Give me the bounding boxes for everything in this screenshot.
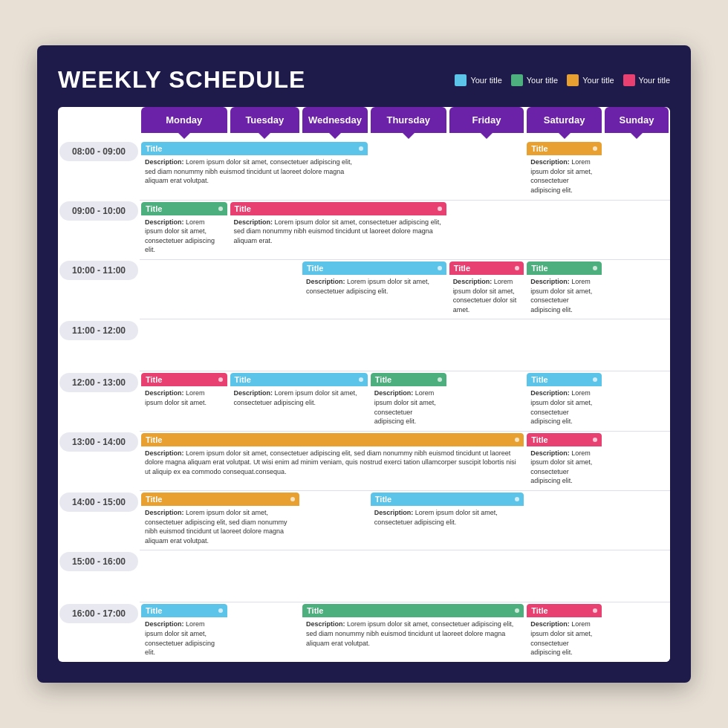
title-accent — [218, 207, 223, 211]
event-cell: Title Description: Lorem ipsum dolor sit… — [369, 491, 525, 550]
event-desc: Description: Lorem ipsum dolor sit amet,… — [371, 386, 446, 429]
day-header-friday: Friday — [449, 107, 524, 133]
event-cell — [448, 200, 526, 259]
event-title: Title — [531, 606, 547, 615]
event-title: Title — [307, 264, 323, 273]
event-cell: Title Description: Lorem ipsum dolor sit… — [448, 259, 526, 319]
event-cell — [448, 319, 526, 371]
empty-cell — [605, 373, 669, 417]
empty-cell — [605, 261, 669, 306]
empty-cell — [371, 321, 446, 365]
table-row: 09:00 - 10:00 Title Description: Lorem i… — [58, 200, 670, 259]
event-cell — [603, 491, 670, 550]
time-cell: 12:00 - 13:00 — [58, 371, 140, 431]
time-cell: 08:00 - 09:00 — [58, 140, 140, 200]
time-label: 11:00 - 12:00 — [59, 321, 138, 340]
event-desc: Description: Lorem ipsum dolor sit amet,… — [527, 446, 602, 489]
event-title: Title — [146, 435, 162, 444]
table-row: 11:00 - 12:00 — [58, 319, 670, 371]
time-cell: 11:00 - 12:00 — [58, 319, 140, 371]
legend-item-pink: Your title — [623, 74, 670, 86]
main-title: WEEKLY SCHEDULE — [58, 66, 305, 94]
empty-cell — [449, 321, 524, 365]
event-cell — [603, 200, 670, 259]
event-cell: Title Description: Lorem ipsum dolor sit… — [525, 259, 603, 319]
event-title: Title — [235, 375, 251, 384]
event-cell: Title Description: Lorem ipsum dolor sit… — [140, 140, 369, 200]
time-cell: 13:00 - 14:00 — [58, 431, 140, 490]
title-accent — [515, 266, 519, 270]
event-cell — [525, 550, 603, 602]
event-title-bar: Title — [527, 261, 602, 275]
event-desc: Description: Lorem ipsum dolor sit amet,… — [449, 275, 524, 317]
header-wednesday: Wednesday — [301, 107, 369, 140]
title-accent — [593, 377, 597, 382]
event-cell — [369, 319, 448, 371]
event-desc: Description: Lorem ipsum dolor sit amet,… — [302, 275, 446, 299]
day-header-sunday: Sunday — [605, 107, 669, 133]
empty-cell — [230, 604, 300, 649]
day-header-monday: Monday — [141, 107, 227, 133]
table-row: 12:00 - 13:00 Title Description: Lorem i… — [58, 371, 670, 431]
event-desc: Description: Lorem ipsum dolor sit amet. — [141, 386, 227, 410]
empty-cell — [605, 321, 669, 365]
empty-cell — [230, 261, 300, 306]
event-cell — [603, 431, 670, 490]
times-header: TIMES — [58, 107, 140, 140]
empty-cell — [449, 552, 524, 597]
day-header-row: TIMES Monday Tuesday Wednesday Thursday — [58, 107, 670, 140]
event-cell — [301, 491, 369, 550]
event-cell — [229, 602, 302, 662]
event-cell: Title Description: Lorem ipsum dolor sit… — [525, 431, 603, 490]
event-title: Title — [531, 435, 547, 444]
event-title-bar: Title — [527, 142, 602, 155]
event-desc: Description: Lorem ipsum dolor sit amet,… — [141, 446, 524, 480]
legend-label-orange: Your title — [582, 76, 614, 85]
empty-cell — [605, 493, 669, 537]
event-title-bar: Title — [371, 493, 524, 506]
event-title: Title — [146, 204, 162, 213]
event-block: Title Description: Lorem ipsum dolor sit… — [527, 433, 602, 489]
event-title-bar: Title — [302, 604, 524, 617]
empty-cell — [302, 552, 368, 597]
event-cell: Title Description: Lorem ipsum dolor sit… — [140, 200, 229, 259]
event-block: Title Description: Lorem ipsum dolor sit… — [449, 261, 524, 317]
title-accent — [515, 608, 519, 613]
time-cell: 16:00 - 17:00 — [58, 602, 140, 662]
event-block: Title Description: Lorem ipsum dolor sit… — [527, 604, 602, 660]
event-title-bar: Title — [302, 261, 446, 275]
header-row: WEEKLY SCHEDULE Your title Your title Yo… — [58, 66, 670, 94]
schedule-wrapper: WEEKLY SCHEDULE Your title Your title Yo… — [37, 45, 691, 683]
event-cell: Title Description: Lorem ipsum dolor sit… — [525, 602, 603, 662]
event-title-bar: Title — [527, 604, 602, 617]
time-label: 09:00 - 10:00 — [59, 201, 138, 221]
legend-label-green: Your title — [527, 76, 558, 85]
empty-cell — [527, 552, 602, 597]
event-desc: Description: Lorem ipsum dolor sit amet,… — [371, 506, 524, 530]
event-block: Title Description: Lorem ipsum dolor sit… — [302, 604, 524, 651]
event-cell — [603, 550, 670, 602]
event-cell: Title Description: Lorem ipsum dolor sit… — [229, 200, 448, 259]
empty-cell — [605, 433, 669, 478]
title-accent — [218, 608, 223, 613]
event-cell — [140, 319, 229, 371]
event-cell — [229, 259, 302, 319]
header-sunday: Sunday — [603, 107, 670, 140]
time-label: 08:00 - 09:00 — [59, 142, 138, 161]
event-desc: Description: Lorem ipsum dolor sit amet,… — [141, 155, 368, 189]
table-row: 15:00 - 16:00 — [58, 550, 670, 602]
empty-cell — [605, 552, 669, 597]
day-header-tuesday: Tuesday — [230, 107, 300, 133]
title-accent — [438, 266, 442, 270]
empty-cell — [605, 142, 669, 186]
title-accent — [515, 497, 519, 501]
empty-cell — [527, 321, 602, 365]
table-row: 10:00 - 11:00 Title Description: Lorem i… — [58, 259, 670, 319]
event-title: Title — [375, 495, 391, 504]
event-cell: Title Description: Lorem ipsum dolor sit… — [140, 491, 301, 550]
title-accent — [359, 146, 363, 151]
event-desc: Description: Lorem ipsum dolor sit amet,… — [527, 155, 602, 198]
title-accent — [438, 377, 442, 382]
title-accent — [593, 608, 597, 613]
event-title: Title — [375, 375, 391, 384]
